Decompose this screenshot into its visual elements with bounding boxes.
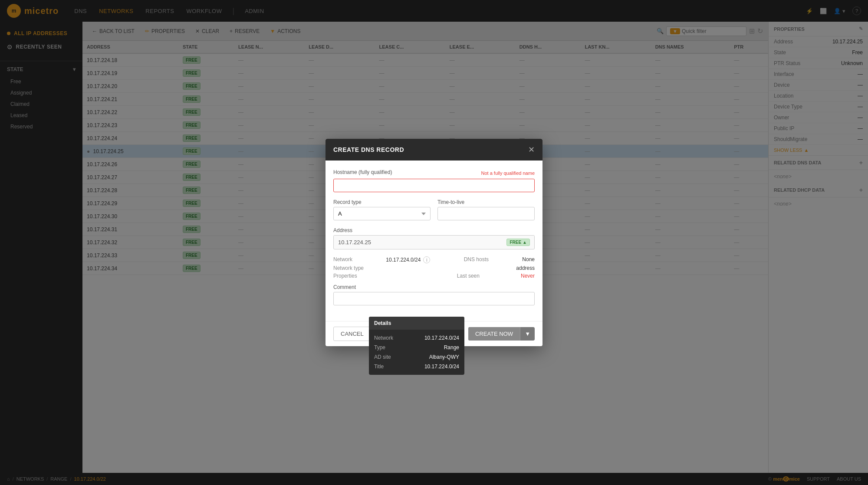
network-info-icon[interactable]: i <box>423 256 430 263</box>
create-now-button[interactable]: CREATE NOW <box>468 327 520 341</box>
network-type-row: Network type address <box>333 265 535 271</box>
comment-input[interactable] <box>333 292 535 305</box>
badge-text: FREE <box>510 240 521 245</box>
hostname-input[interactable] <box>333 179 535 192</box>
create-dropdown-button[interactable]: ▼ <box>520 327 535 341</box>
ttl-col: Time-to-live <box>437 199 535 220</box>
network-info: Network 10.17.224.0/24 i DNS hosts None … <box>333 256 535 279</box>
address-value: 10.17.224.25 <box>338 239 371 246</box>
record-type-col: Record type A AAAA CNAME MX TXT <box>333 199 431 220</box>
network-type-value: address <box>516 265 535 271</box>
network-row: Network 10.17.224.0/24 i DNS hosts None <box>333 256 535 263</box>
tooltip-network-value: 10.17.224.0/24 <box>424 335 459 341</box>
modal-body: Hostname (fully qualified) Not a fully q… <box>326 161 542 321</box>
tooltip-adsite-row: AD site Albany-QWY <box>369 352 464 362</box>
tooltip-body: Network 10.17.224.0/24 Type Range AD sit… <box>369 330 464 375</box>
properties-info-label: Properties <box>333 273 357 279</box>
comment-group: Comment <box>333 284 535 305</box>
tooltip-title-value: 10.17.224.0/24 <box>424 364 459 370</box>
tooltip-popup: Details Network 10.17.224.0/24 Type Rang… <box>369 317 464 375</box>
properties-row: Properties Last seen Never <box>333 273 535 279</box>
create-button-group: CREATE NOW ▼ <box>468 327 535 341</box>
hostname-error: Not a fully qualified name <box>481 170 535 176</box>
tooltip-title-row: Title 10.17.224.0/24 <box>369 362 464 371</box>
network-value: 10.17.224.0/24 i <box>386 256 430 263</box>
record-type-select[interactable]: A AAAA CNAME MX TXT <box>333 207 431 220</box>
tooltip-adsite-label: AD site <box>374 354 391 360</box>
address-group: Address 10.17.224.25 FREE ▲ <box>333 227 535 249</box>
hostname-label-row: Hostname (fully qualified) Not a fully q… <box>333 169 535 177</box>
network-type-label: Network type <box>333 265 364 271</box>
modal-overlay[interactable]: CREATE DNS RECORD ✕ Hostname (fully qual… <box>0 0 868 485</box>
cancel-button[interactable]: CANCEL <box>333 327 371 341</box>
record-type-label: Record type <box>333 199 431 205</box>
tooltip-title-label: Title <box>374 364 384 370</box>
create-dns-modal: CREATE DNS RECORD ✕ Hostname (fully qual… <box>326 139 542 346</box>
tooltip-adsite-value: Albany-QWY <box>429 354 459 360</box>
last-seen-value: Never <box>521 273 535 279</box>
network-label: Network <box>333 256 352 263</box>
tooltip-type-label: Type <box>374 344 385 351</box>
dns-hosts-value: None <box>522 256 535 263</box>
last-seen-label: Last seen <box>457 273 480 279</box>
tooltip-network-row: Network 10.17.224.0/24 <box>369 333 464 343</box>
tooltip-network-label: Network <box>374 335 393 341</box>
hostname-label: Hostname (fully qualified) <box>333 169 392 175</box>
ttl-label: Time-to-live <box>437 199 535 205</box>
modal-close-button[interactable]: ✕ <box>528 145 535 154</box>
comment-label: Comment <box>333 284 535 290</box>
address-label: Address <box>333 227 535 233</box>
hostname-group: Hostname (fully qualified) Not a fully q… <box>333 169 535 192</box>
address-box: 10.17.224.25 FREE ▲ <box>333 235 535 249</box>
modal-title: CREATE DNS RECORD <box>333 146 404 153</box>
modal-header: CREATE DNS RECORD ✕ <box>326 139 542 161</box>
badge-arrow: ▲ <box>523 240 527 245</box>
record-type-row: Record type A AAAA CNAME MX TXT Time-to-… <box>333 199 535 220</box>
dns-hosts-label: DNS hosts <box>464 256 489 263</box>
tooltip-type-value: Range <box>444 344 459 351</box>
address-free-badge[interactable]: FREE ▲ <box>506 239 530 246</box>
ttl-input[interactable] <box>437 207 535 220</box>
tooltip-type-row: Type Range <box>369 343 464 352</box>
tooltip-header: Details <box>369 317 464 330</box>
